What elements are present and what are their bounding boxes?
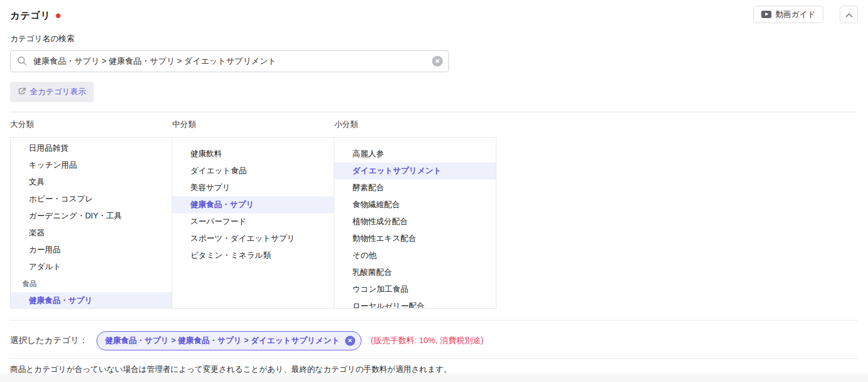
category-item[interactable]: 楽器 [11,225,172,242]
category-item[interactable]: 酵素配合 [334,179,496,196]
middle-category-panel: 健康飲料ダイエット食品美容サプリ健康食品・サプリスーパーフードスポーツ・ダイエッ… [172,137,334,309]
category-item[interactable]: ビタミン・ミネラル類 [172,247,334,264]
category-item[interactable]: 健康飲料 [172,146,334,163]
section-header: カテゴリ 動画ガイド [10,0,858,25]
category-item[interactable]: 高麗人参 [334,146,496,163]
selected-category-chip[interactable]: 健康食品・サプリ > 健康食品・サプリ > ダイエットサプリメント ✕ [97,331,361,350]
category-item[interactable]: スーパーフード [172,213,334,230]
video-guide-button[interactable]: 動画ガイド [753,6,823,23]
search-icon [17,56,27,68]
divider [10,320,858,320]
category-item[interactable]: 食物繊維配合 [334,196,496,213]
category-item[interactable]: ダイエットサプリメント [334,163,496,179]
category-item[interactable]: スポーツ・ダイエットサプリ [172,230,334,247]
category-item[interactable]: 文具 [11,174,172,191]
category-item[interactable]: ダイエット食品 [172,163,334,179]
category-item[interactable]: 健康食品・サプリ [172,196,334,213]
video-play-icon [761,11,771,18]
divider [10,358,858,359]
major-category-list: 日用品雑貨キッチン用品文具ホビー・コスプレガーデニング・DIY・工具楽器カー用品… [11,138,172,309]
show-all-categories-button[interactable]: 全カテゴリ表示 [10,82,94,102]
selected-category-label: 選択したカテゴリ： [10,335,88,346]
clear-search-icon[interactable]: ✕ [432,56,443,67]
remove-category-icon[interactable]: ✕ [345,336,355,346]
category-item[interactable]: ウコン加工食品 [334,281,496,298]
category-item[interactable]: 動物性エキス配合 [334,230,496,247]
external-link-icon [18,87,27,97]
chevron-up-icon [845,10,853,19]
minor-category-panel: 高麗人参ダイエットサプリメント酵素配合食物繊維配合植物性成分配合動物性エキス配合… [334,137,496,309]
required-indicator-dot [56,14,60,18]
title-wrap: カテゴリ [10,7,60,22]
category-item[interactable]: 健康食品・サプリ [11,292,172,309]
category-item[interactable]: ローヤルゼリー配合 [334,298,496,309]
show-all-categories-label: 全カテゴリ表示 [30,87,86,97]
collapse-section-button[interactable] [840,6,858,23]
minor-category-list: 高麗人参ダイエットサプリメント酵素配合食物繊維配合植物性成分配合動物性エキス配合… [334,138,496,309]
column-header-middle: 中分類 [172,120,334,130]
category-item[interactable]: 美容サプリ [172,179,334,196]
column-header-minor: 小分類 [334,120,496,130]
fee-note: (販売手数料: 10%, 消費税別途) [371,335,484,346]
category-item[interactable]: 植物性成分配合 [334,213,496,230]
category-item[interactable]: 日用品雑貨 [11,140,172,157]
selected-category-value: 健康食品・サプリ > 健康食品・サプリ > ダイエットサプリメント [105,336,340,346]
category-item[interactable]: ガーデニング・DIY・工具 [11,208,172,225]
footer-note: 商品とカテゴリが合っていない場合は管理者によって変更されることがあり、最終的なカ… [10,365,858,374]
column-header-major: 大分類 [10,120,172,130]
category-item[interactable]: 乳酸菌配合 [334,264,496,281]
category-panels: 日用品雑貨キッチン用品文具ホビー・コスプレガーデニング・DIY・工具楽器カー用品… [10,137,858,309]
category-item[interactable]: キッチン用品 [11,157,172,174]
search-field-label: カテゴリ名の検索 [10,34,858,44]
middle-category-list: 健康飲料ダイエット食品美容サプリ健康食品・サプリスーパーフードスポーツ・ダイエッ… [172,138,334,264]
header-buttons: 動画ガイド [753,6,858,23]
category-item[interactable]: カー用品 [11,242,172,258]
category-group-label: 食品 [11,275,172,292]
category-item[interactable]: その他 [334,247,496,264]
page-title: カテゴリ [10,9,51,22]
major-category-panel: 日用品雑貨キッチン用品文具ホビー・コスプレガーデニング・DIY・工具楽器カー用品… [10,137,172,309]
category-search-input[interactable] [10,50,449,72]
search-box: ✕ [10,50,449,72]
category-item[interactable]: アダルト [11,258,172,275]
selected-category-row: 選択したカテゴリ： 健康食品・サプリ > 健康食品・サプリ > ダイエットサプリ… [10,331,858,350]
category-section: カテゴリ 動画ガイド カテゴリ名の検索 ✕ 全カテゴリ表示 [0,0,868,374]
video-guide-label: 動画ガイド [775,10,815,20]
column-headers: 大分類 中分類 小分類 [10,112,858,137]
category-item[interactable]: ホビー・コスプレ [11,191,172,208]
